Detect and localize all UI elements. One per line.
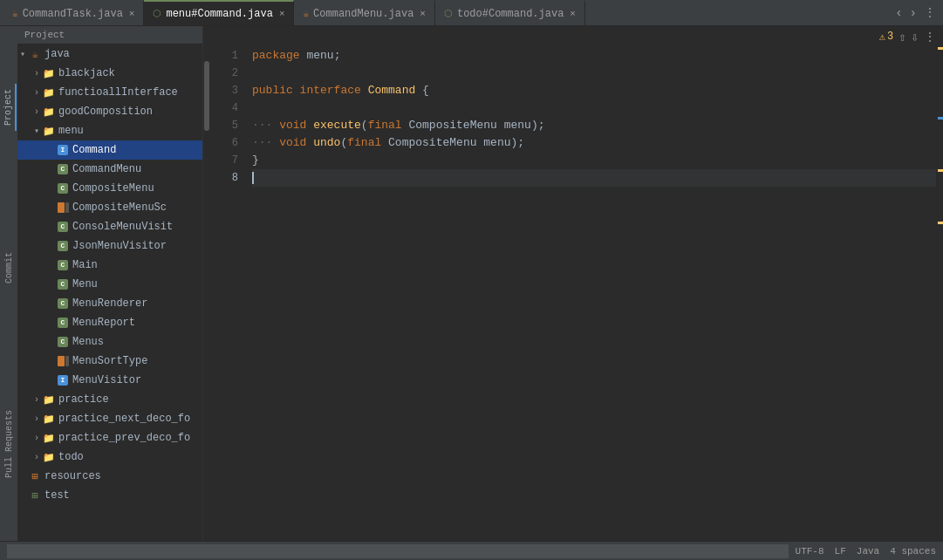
more-tabs-icon[interactable]: ⋮ [924,5,936,20]
tree-item-label: menu [58,125,84,137]
nav-up-icon[interactable]: ⇧ [899,30,905,44]
mid-scrollbar-thumb[interactable] [204,61,209,131]
nav-down-icon[interactable]: ⇩ [912,30,919,44]
line-number-8: 8 [217,169,238,187]
tree-item-icon: C [56,260,70,270]
tree-item-label: todo [58,451,84,463]
code-line-5: ··· void execute(final CompositeMenu men… [252,117,936,134]
tree-item-Menus[interactable]: CMenus [17,332,202,352]
code-line-8 [252,169,936,187]
code-line-7: } [252,152,936,169]
tree-item-CompositeMenuSc[interactable]: CompositeMenuSc [17,198,202,217]
warning-count: 3 [887,31,893,43]
tab-commandtask[interactable]: ☕CommandTask.java× [3,0,144,25]
scroll-left-icon[interactable]: ‹ [895,6,902,20]
toolbar-items: ⚠ 3 ⇧ ⇩ ⋮ [879,30,936,44]
commandmenu-close[interactable]: × [420,9,426,19]
code-token: menu [306,49,333,62]
tree-item-label: Menus [72,336,104,348]
tree-item-icon: C [56,279,70,290]
tree-item-icon: I [56,375,70,386]
tree-item-CommandMenu[interactable]: CCommandMenu [17,160,202,179]
tree-item-Menu[interactable]: CMenu [17,275,202,294]
tree-item-goodComposition[interactable]: ›📁goodComposition [17,102,202,121]
code-token: ); [511,136,525,149]
commandtask-close[interactable]: × [129,9,135,19]
tree-item-java[interactable]: ▾☕java [17,44,202,64]
editor-toolbar: ⚠ 3 ⇧ ⇩ ⋮ [210,26,943,47]
tree-item-icon: C [56,337,70,347]
pull-requests-activity-item[interactable]: Pull Requests [3,405,16,483]
todo-command-icon: ⬡ [444,8,453,19]
activity-bar: Project Commit Pull Requests [0,26,17,541]
tree-arrow: › [31,414,42,424]
code-line-2 [252,65,936,82]
tree-item-icon: C [56,183,70,194]
tree-item-icon: 📁 [42,68,56,79]
tree-item-MenuVisitor[interactable]: IMenuVisitor [17,371,202,390]
status-input[interactable] [7,544,789,558]
line-number-1: 1 [217,47,238,65]
code-content[interactable]: package menu;public interface Command {·… [245,47,936,541]
tree-item-label: Command [72,144,116,156]
editor-more-icon[interactable]: ⋮ [924,30,936,44]
tab-menu-command[interactable]: ⬡menu#Command.java× [144,0,294,25]
gutter-mark-info [938,117,943,120]
tree-item-practice[interactable]: ›📁practice [17,390,202,409]
code-token: menu [483,136,510,149]
menu-command-close[interactable]: × [279,9,285,19]
tree-item-MenuRenderer[interactable]: CMenuRenderer [17,294,202,313]
tree-item-CompositeMenu[interactable]: CCompositeMenu [17,179,202,198]
status-item[interactable]: UTF-8 [796,546,824,557]
editor-area: ⚠ 3 ⇧ ⇩ ⋮ 12345678 package menu;public i… [210,26,943,541]
todo-command-close[interactable]: × [570,9,576,19]
code-line-4 [252,99,936,117]
tree-item-label: CommandMenu [72,163,141,175]
tab-actions: ‹ › ⋮ [895,0,943,25]
tree-item-label: Menu [72,278,98,290]
tree-item-menu[interactable]: ▾📁menu [17,121,202,140]
code-token: void [272,136,313,149]
commandmenu-label: CommandMenu.java [313,8,413,20]
code-token: Command [368,84,416,97]
tree-item-MenuSortType[interactable]: MenuSortType [17,352,202,371]
warning-badge[interactable]: ⚠ 3 [879,31,893,44]
line-number-4: 4 [217,99,238,117]
tree-arrow: › [31,453,42,462]
tree-item-practice_prev_deco_fo[interactable]: ›📁practice_prev_deco_fo [17,428,202,447]
code-token: ); [531,119,545,132]
tree-item-resources[interactable]: ⊞resources [17,467,202,486]
commit-activity-item[interactable]: Commit [3,247,16,289]
tree-item-icon: 📁 [42,106,56,118]
tree-item-Command[interactable]: ICommand [17,140,202,160]
tree-item-test[interactable]: ⊞test [17,486,202,505]
status-item[interactable]: Java [857,546,879,557]
line-number-6: 6 [217,134,238,152]
tree-item-ConsoleMenuVisit[interactable]: CConsoleMenuVisit [17,217,202,236]
commandtask-label: CommandTask.java [23,8,123,20]
tab-todo-command[interactable]: ⬡todo#Command.java× [435,0,585,25]
main-area: Project Commit Pull Requests Project ▾☕j… [0,26,943,541]
code-token: interface [300,84,368,97]
tree-item-blackjack[interactable]: ›📁blackjack [17,64,202,83]
code-token: ··· [252,119,272,132]
status-item[interactable]: 4 spaces [890,546,936,557]
tab-commandmenu[interactable]: ☕CommandMenu.java× [294,0,434,25]
tree-item-icon [56,356,70,366]
tree-item-MenuReport[interactable]: CMenuReport [17,313,202,332]
todo-command-label: todo#Command.java [457,8,564,20]
line-number-2: 2 [217,65,238,82]
project-activity-item[interactable]: Project [2,84,17,131]
tree-item-practice_next_deco_fo[interactable]: ›📁practice_next_deco_fo [17,409,202,428]
tree-item-icon: 📁 [42,87,56,99]
tree-item-functioallInterface[interactable]: ›📁functioallInterface [17,83,202,102]
tree-item-JsonMenuVisitor[interactable]: CJsonMenuVisitor [17,236,202,256]
scroll-right-icon[interactable]: › [910,6,917,20]
status-item[interactable]: LF [835,546,846,557]
tree-item-label: resources [44,470,101,482]
code-editor: 12345678 package menu;public interface C… [210,47,943,541]
tree-item-label: JsonMenuVisitor [72,240,167,252]
tree-item-Main[interactable]: CMain [17,256,202,275]
tree-item-todo[interactable]: ›📁todo [17,447,202,467]
mid-scrollbar[interactable] [203,26,210,541]
